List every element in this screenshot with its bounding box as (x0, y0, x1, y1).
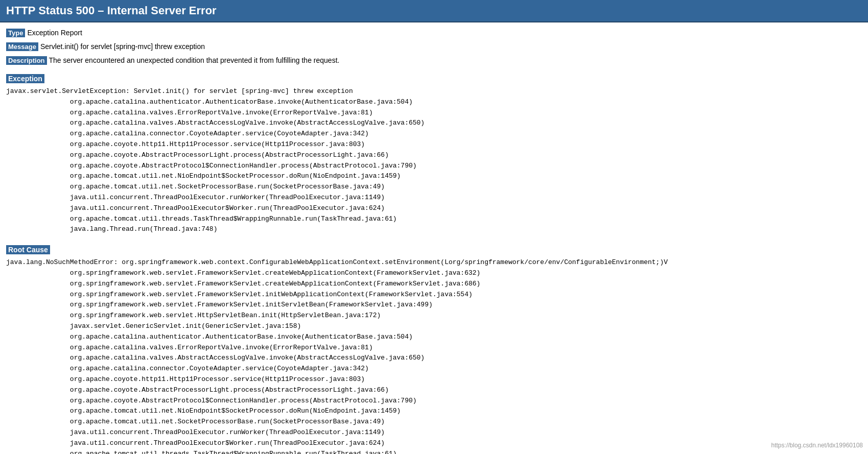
description-label: Description (6, 56, 47, 65)
root-cause-section: Root Cause java.lang.NoSuchMethodError: … (6, 240, 862, 454)
description-row: DescriptionThe server encountered an une… (6, 55, 862, 66)
type-value: Exception Report (27, 29, 82, 37)
page-header: HTTP Status 500 – Internal Server Error (0, 0, 868, 22)
content-area: TypeException Report MessageServlet.init… (0, 22, 868, 454)
exception-label: Exception (6, 74, 44, 83)
message-label: Message (6, 42, 38, 51)
exception-section: Exception javax.servlet.ServletException… (6, 69, 862, 235)
root-cause-stacktrace: java.lang.NoSuchMethodError: org.springf… (6, 257, 862, 454)
root-cause-label: Root Cause (6, 245, 50, 254)
exception-stacktrace: javax.servlet.ServletException: Servlet.… (6, 86, 862, 235)
page-title: HTTP Status 500 – Internal Server Error (6, 4, 862, 17)
type-label: Type (6, 29, 25, 37)
message-value: Servlet.init() for servlet [spring-mvc] … (40, 42, 205, 51)
type-row: TypeException Report (6, 28, 862, 38)
watermark: https://blog.csdn.net/ldx19960108 (771, 442, 863, 449)
description-value: The server encountered an unexpected con… (49, 56, 340, 64)
message-row: MessageServlet.init() for servlet [sprin… (6, 41, 862, 52)
